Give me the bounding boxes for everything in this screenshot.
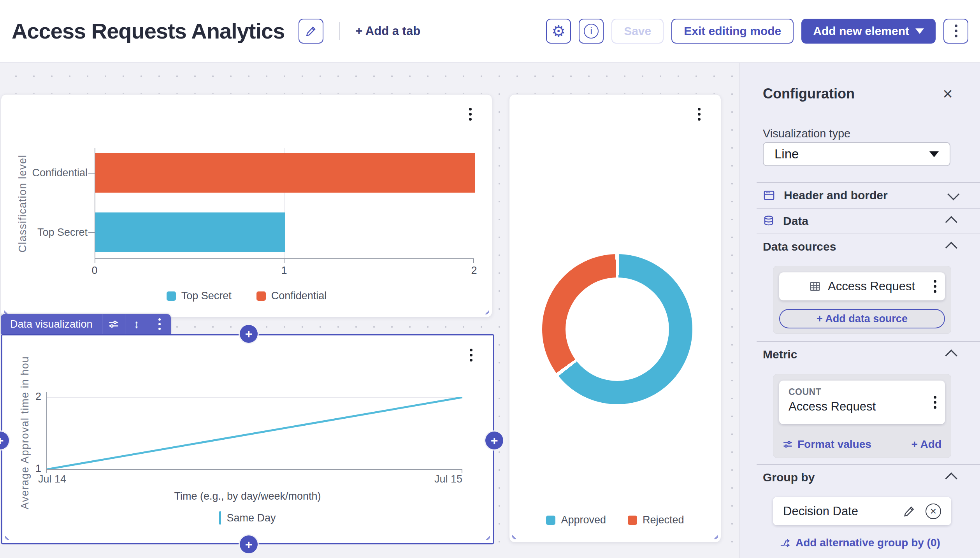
- legend-swatch: [167, 291, 176, 301]
- plus-icon: +: [0, 433, 4, 448]
- line-panel-menu-button[interactable]: [470, 349, 472, 361]
- donut-legend: Approved Rejected: [509, 514, 721, 526]
- donut-panel-menu-button[interactable]: [698, 108, 701, 121]
- visualization-type-label: Visualization type: [763, 127, 850, 140]
- configuration-panel: Configuration × Visualization type Line …: [740, 63, 980, 558]
- section-label: Header and border: [784, 189, 888, 202]
- caret-down-icon: [915, 28, 924, 34]
- legend-swatch: [256, 291, 266, 301]
- element-settings-button[interactable]: [102, 314, 125, 334]
- add-metric-link[interactable]: + Add: [911, 438, 941, 451]
- dashboard-settings-button[interactable]: ⚙: [546, 19, 571, 44]
- pencil-icon[interactable]: [903, 505, 915, 518]
- line-x-tick-label: Jul 14: [38, 473, 66, 485]
- bar-category-label: Confidential: [1, 167, 88, 179]
- configuration-header: Configuration ×: [763, 85, 953, 102]
- x-icon: ×: [930, 505, 936, 518]
- app-header: Access Requests Analytics + Add a tab ⚙ …: [0, 0, 980, 63]
- line-x-tick-label: Jul 15: [434, 473, 462, 485]
- edit-title-button[interactable]: [299, 19, 323, 44]
- line-chart-body: Average Approval time in hou 2 1 Jul 14 …: [2, 335, 493, 543]
- chevron-down-icon: [947, 188, 959, 200]
- subsection-group-by[interactable]: Group by: [763, 467, 957, 488]
- alternative-branch-icon: [779, 537, 791, 549]
- donut-chart-panel[interactable]: Approved Rejected: [509, 94, 721, 542]
- bar-chart-plot: [95, 148, 474, 258]
- dashboard-editor: Access Requests Analytics + Add a tab ⚙ …: [0, 0, 980, 558]
- data-source-card[interactable]: Access Request: [779, 272, 945, 300]
- legend-item-same-day: Same Day: [219, 511, 276, 525]
- metric-menu-button[interactable]: [934, 396, 936, 409]
- add-new-element-button[interactable]: Add new element: [801, 19, 936, 44]
- subsection-data-sources[interactable]: Data sources: [763, 236, 957, 258]
- resize-handle-bottom-left[interactable]: [4, 305, 13, 314]
- element-move-button[interactable]: ↕: [125, 314, 148, 334]
- legend-line-marker: [219, 511, 221, 525]
- exit-editing-mode-button[interactable]: Exit editing mode: [671, 19, 794, 44]
- add-data-source-button[interactable]: + Add data source: [779, 309, 945, 328]
- section-label: Data: [783, 214, 808, 228]
- kebab-icon: [158, 318, 161, 330]
- subsection-metric[interactable]: Metric: [763, 344, 957, 365]
- plus-icon: +: [245, 327, 253, 341]
- legend-item-top-secret: Top Secret: [167, 290, 232, 302]
- legend-item-approved: Approved: [546, 514, 606, 526]
- add-tab-button[interactable]: + Add a tab: [355, 24, 420, 38]
- bar-panel-menu-button[interactable]: [469, 108, 472, 121]
- chevron-up-icon: [945, 216, 957, 228]
- resize-handle-bottom-left[interactable]: [512, 530, 522, 539]
- resize-handle-bottom-right[interactable]: [480, 305, 489, 314]
- gear-icon: ⚙: [551, 23, 566, 39]
- bar-confidential: [95, 153, 475, 193]
- database-icon: [763, 215, 775, 227]
- section-data[interactable]: Data: [763, 208, 957, 234]
- sliders-icon: [108, 319, 119, 330]
- section-header-and-border[interactable]: Header and border: [763, 182, 957, 208]
- bar-top-secret: [95, 212, 285, 252]
- line-y-tick-label: 1: [18, 463, 41, 475]
- bar-category-tick: [88, 173, 95, 174]
- chevron-up-icon: [945, 472, 957, 484]
- resize-handle-bottom-right[interactable]: [481, 531, 490, 540]
- close-icon[interactable]: ×: [943, 85, 953, 102]
- resize-handle-bottom-left[interactable]: [5, 531, 14, 540]
- add-element-right-button[interactable]: +: [485, 432, 503, 449]
- remove-group-by-button[interactable]: ×: [926, 504, 941, 519]
- dashboard-info-button[interactable]: i: [579, 19, 604, 44]
- bar-chart-panel[interactable]: Classification level Confidential Top Se…: [1, 94, 492, 318]
- line-y-tick-label: 2: [18, 391, 41, 403]
- sliders-icon: [783, 439, 793, 449]
- data-sources-container: Access Request + Add data source: [773, 266, 951, 334]
- format-values-link[interactable]: Format values: [783, 438, 871, 451]
- bar-x-tickmark-1: [285, 259, 285, 263]
- plus-icon: +: [491, 433, 498, 448]
- header-more-options-button[interactable]: [943, 19, 968, 44]
- visualization-type-select[interactable]: Line: [763, 142, 950, 166]
- bar-category-tick: [88, 232, 95, 233]
- bar-x-tick-label: 1: [272, 265, 296, 277]
- bar-category-label: Top Secret: [1, 226, 88, 239]
- dashboard-canvas: Classification level Confidential Top Se…: [0, 63, 740, 558]
- plus-icon: +: [245, 537, 253, 552]
- pencil-icon: [305, 25, 317, 37]
- caret-down-icon: [929, 151, 939, 157]
- resize-handle-bottom-right[interactable]: [709, 530, 718, 539]
- visualization-type-value: Line: [775, 147, 799, 161]
- line-series: [47, 397, 462, 469]
- data-source-name: Access Request: [828, 279, 915, 293]
- element-more-options-button[interactable]: [148, 314, 171, 334]
- legend-label: Rejected: [643, 514, 684, 526]
- subsection-label: Metric: [763, 348, 797, 361]
- save-button[interactable]: Save: [611, 19, 664, 44]
- metric-card[interactable]: COUNT Access Request: [779, 381, 945, 424]
- add-element-below-button[interactable]: +: [240, 535, 258, 553]
- line-chart-panel-selected[interactable]: Average Approval time in hou 2 1 Jul 14 …: [1, 334, 494, 544]
- data-source-menu-button[interactable]: [934, 280, 936, 293]
- line-y-axis-title: Average Approval time in hou: [19, 356, 31, 509]
- move-vertical-icon: ↕: [133, 318, 139, 331]
- group-by-card[interactable]: Decision Date ×: [773, 497, 951, 525]
- add-element-above-button[interactable]: +: [240, 325, 258, 343]
- add-alternative-group-by-link[interactable]: Add alternative group by (0): [779, 537, 940, 549]
- bar-legend: Top Secret Confidential: [1, 290, 492, 302]
- legend-item-rejected: Rejected: [628, 514, 684, 526]
